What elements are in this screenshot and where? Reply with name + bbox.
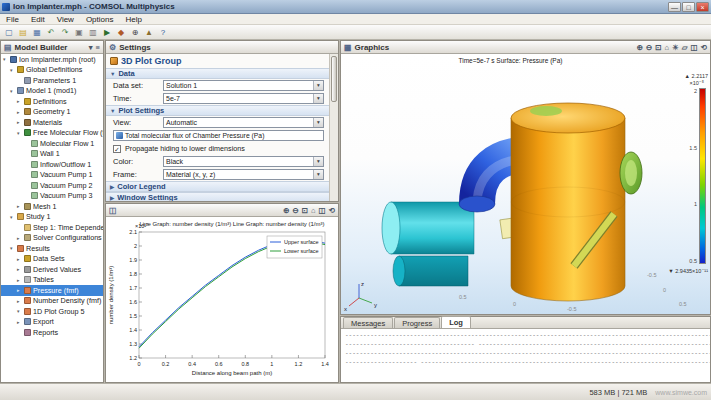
default-view-icon[interactable]: ⌂	[311, 205, 316, 216]
rotate-icon[interactable]: ⟲	[701, 42, 707, 53]
zoom-extents-icon[interactable]: ⊕	[129, 26, 141, 38]
refresh-icon[interactable]: ⟲	[329, 205, 335, 216]
graphics-canvas[interactable]: z x y Time=5e-7 s Surface: Pressure (Pa)…	[341, 54, 710, 314]
image-snapshot-icon[interactable]: ◫	[691, 42, 698, 53]
zoom-out-icon[interactable]: ⊖	[292, 205, 298, 216]
tree-item-results[interactable]: ▾Results	[1, 243, 103, 254]
image-snapshot-icon[interactable]: ◫	[319, 205, 326, 216]
paste-icon[interactable]: ▥	[87, 26, 99, 38]
tree-item-tables[interactable]: ▸Tables	[1, 275, 103, 286]
save-icon[interactable]: ▦	[31, 26, 43, 38]
zoom-extents-icon[interactable]: ⊡	[655, 42, 661, 53]
tree-item-geometry-1[interactable]: ▸Geometry 1	[1, 107, 103, 118]
expander-icon[interactable]: ▾	[10, 67, 15, 73]
menu-file[interactable]: File	[0, 14, 25, 25]
expander-icon[interactable]: ▸	[17, 266, 22, 272]
expander-icon[interactable]: ▸	[17, 298, 22, 304]
dropdown-arrow-icon[interactable]	[313, 170, 323, 179]
tree-item-parameters-1[interactable]: Parameters 1	[1, 75, 103, 86]
copy-icon[interactable]: ▣	[73, 26, 85, 38]
tree-item-data-sets[interactable]: ▸Data Sets	[1, 254, 103, 265]
tree-item-vacuum-pump-2[interactable]: Vacuum Pump 2	[1, 180, 103, 191]
expander-icon[interactable]: ▸	[17, 119, 22, 125]
open-icon[interactable]: ▤	[17, 26, 29, 38]
tree-item-ion-implanter-mph-root[interactable]: ▾Ion Implanter.mph (root)	[1, 54, 103, 65]
dropdown-arrow-icon[interactable]	[313, 94, 323, 103]
tree-item-definitions[interactable]: ▸Definitions	[1, 96, 103, 107]
menu-help[interactable]: Help	[119, 14, 147, 25]
scene-light-icon[interactable]: ☀	[672, 42, 679, 53]
tree-item-number-density-fmf[interactable]: ▸Number Density (fmf)	[1, 296, 103, 307]
tree-item-materials[interactable]: ▸Materials	[1, 117, 103, 128]
minimize-button[interactable]: —	[668, 2, 681, 12]
zoom-extents-icon[interactable]: ⊡	[302, 205, 308, 216]
tree-menu-icon[interactable]: ≡	[96, 42, 100, 53]
mesh-icon[interactable]: ▲	[143, 26, 155, 38]
color-select[interactable]: Black	[163, 156, 324, 167]
dataset-select[interactable]: Solution 1	[163, 80, 324, 91]
scrollbar-thumb[interactable]	[331, 56, 337, 102]
tab-log[interactable]: Log	[441, 316, 471, 328]
section-data-header[interactable]: ▼ Data	[106, 68, 329, 79]
view-select[interactable]: Automatic	[163, 117, 324, 128]
tree-item-inflow-outflow-1[interactable]: Inflow/Outflow 1	[1, 159, 103, 170]
expander-icon[interactable]: ▸	[17, 203, 22, 209]
tree-item-wall-1[interactable]: Wall 1	[1, 149, 103, 160]
dropdown-arrow-icon[interactable]	[313, 81, 323, 90]
menu-edit[interactable]: Edit	[25, 14, 51, 25]
settings-scrollbar[interactable]	[329, 54, 338, 201]
collapse-all-icon[interactable]: ▾	[89, 42, 93, 53]
expander-icon[interactable]: ▾	[17, 130, 22, 136]
tree-item-1d-plot-group-5[interactable]: ▾1D Plot Group 5	[1, 306, 103, 317]
transparency-icon[interactable]: ▱	[682, 42, 688, 53]
expander-icon[interactable]: ▾	[10, 88, 15, 94]
zoom-in-icon[interactable]: ⊕	[637, 42, 643, 53]
zoom-in-icon[interactable]: ⊕	[283, 205, 289, 216]
tree-item-step-1-time-dependent[interactable]: Step 1: Time Dependent	[1, 222, 103, 233]
default-view-icon[interactable]: ⌂	[665, 42, 670, 53]
tree-item-study-1[interactable]: ▾Study 1	[1, 212, 103, 223]
maximize-button[interactable]: □	[682, 2, 695, 12]
propagate-checkbox[interactable]: ✓	[113, 145, 121, 153]
title-expression-field[interactable]: Total molecular flux of Chamber Pressure…	[113, 130, 324, 141]
tree-item-molecular-flow-1[interactable]: Molecular Flow 1	[1, 138, 103, 149]
section-plot-settings-header[interactable]: ▼ Plot Settings	[106, 105, 329, 116]
expander-icon[interactable]: ▾	[17, 308, 22, 314]
tree-item-export[interactable]: ▸Export	[1, 317, 103, 328]
compute-icon[interactable]: ▶	[101, 26, 113, 38]
tree-item-free-molecular-flow-fmf[interactable]: ▾Free Molecular Flow (fmf)	[1, 128, 103, 139]
expander-icon[interactable]: ▸	[17, 235, 22, 241]
expander-icon[interactable]: ▸	[17, 98, 22, 104]
expander-icon[interactable]: ▸	[17, 109, 22, 115]
frame-select[interactable]: Material (x, y, z)	[163, 169, 324, 180]
tree-item-vacuum-pump-1[interactable]: Vacuum Pump 1	[1, 170, 103, 181]
tree-item-global-definitions[interactable]: ▾Global Definitions	[1, 65, 103, 76]
tree-item-pressure-fmf[interactable]: ▸Pressure (fmf)	[1, 285, 103, 296]
dropdown-arrow-icon[interactable]	[313, 118, 323, 127]
tree-item-mesh-1[interactable]: ▸Mesh 1	[1, 201, 103, 212]
close-button[interactable]: ×	[696, 2, 709, 12]
tree-item-reports[interactable]: Reports	[1, 327, 103, 338]
menu-options[interactable]: Options	[80, 14, 120, 25]
expander-icon[interactable]: ▸	[17, 277, 22, 283]
expander-icon[interactable]: ▸	[17, 256, 22, 262]
menu-view[interactable]: View	[51, 14, 80, 25]
expander-icon[interactable]: ▾	[3, 56, 8, 62]
tab-messages[interactable]: Messages	[343, 317, 393, 328]
expander-icon[interactable]: ▾	[10, 214, 15, 220]
time-select[interactable]: 5e-7	[163, 93, 324, 104]
tree-item-solver-configurations[interactable]: ▸Solver Configurations	[1, 233, 103, 244]
undo-icon[interactable]: ↶	[45, 26, 57, 38]
expander-icon[interactable]: ▾	[10, 245, 15, 251]
expander-icon[interactable]: ▸	[17, 319, 22, 325]
expander-icon[interactable]: ▸	[17, 287, 22, 293]
section-window-settings-header[interactable]: ▶ Window Settings	[106, 192, 329, 201]
tree-item-derived-values[interactable]: ▸Derived Values	[1, 264, 103, 275]
section-color-legend-header[interactable]: ▶ Color Legend	[106, 181, 329, 192]
redo-icon[interactable]: ↷	[59, 26, 71, 38]
dropdown-arrow-icon[interactable]	[313, 157, 323, 166]
zoom-out-icon[interactable]: ⊖	[646, 42, 652, 53]
line-graph-canvas[interactable]: 1.21.31.41.51.61.71.81.922.100.20.40.60.…	[106, 217, 338, 382]
tree-item-vacuum-pump-3[interactable]: Vacuum Pump 3	[1, 191, 103, 202]
help-icon[interactable]: ?	[157, 26, 169, 38]
